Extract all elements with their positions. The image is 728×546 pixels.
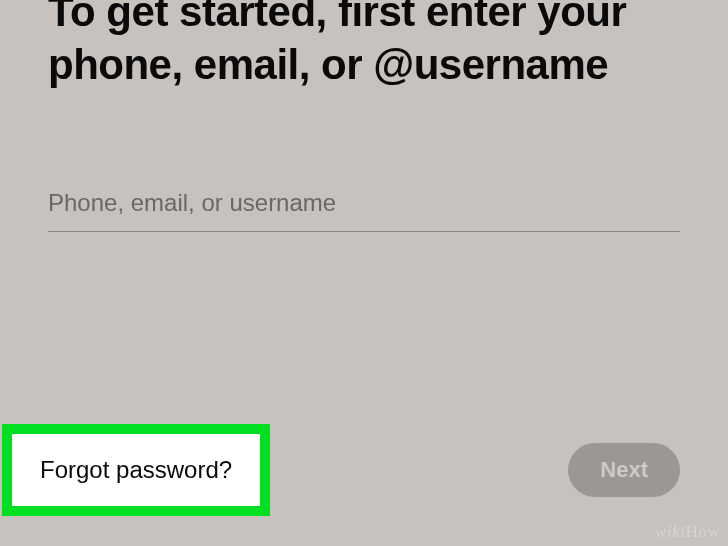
- bottom-action-bar: Forgot password? Next: [0, 424, 728, 516]
- tutorial-highlight: Forgot password?: [2, 424, 270, 516]
- next-button[interactable]: Next: [568, 443, 680, 497]
- forgot-password-link[interactable]: Forgot password?: [40, 456, 232, 483]
- identifier-input[interactable]: [48, 181, 680, 232]
- page-heading: To get started, first enter your phone, …: [0, 0, 728, 91]
- watermark: wikiHow: [655, 522, 720, 542]
- identifier-input-wrapper: [48, 181, 680, 232]
